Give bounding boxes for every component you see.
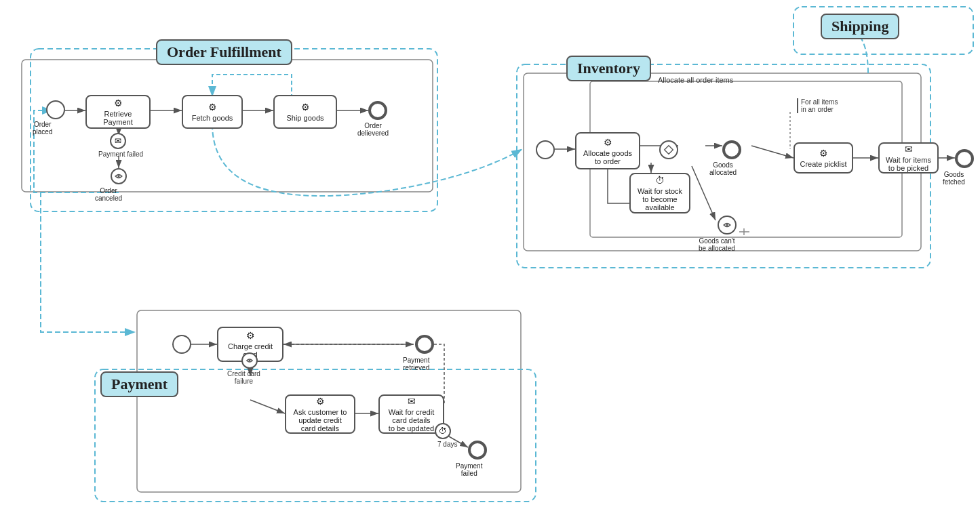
merge-event-inv [659, 140, 678, 159]
create-picklist-icon: ⚙ [819, 148, 828, 159]
ask-customer-label: Ask customer toupdate creditcard details [294, 408, 347, 432]
payment-failed-event: ✉ [110, 133, 126, 149]
payment-failed-label: Payment failed [98, 150, 143, 158]
for-all-items-annotation: For all itemsin an order [797, 98, 858, 113]
payment-failed-end-label: Paymentfailed [456, 462, 482, 477]
allocate-all-label: Allocate all order items [658, 76, 733, 84]
fetch-goods-label: Fetch goods [192, 114, 233, 122]
inventory-label: Inventory [566, 56, 651, 81]
ship-goods-label: Ship goods [286, 114, 324, 122]
goods-cant-label: Goods can'tbe allocated [699, 237, 735, 252]
start-event-of-label: Orderplaced [33, 121, 52, 136]
goods-allocated-event [722, 140, 741, 159]
task-create-picklist[interactable]: ⚙ Create picklist [793, 142, 853, 174]
order-fulfillment-label: Order Fulfillment [156, 39, 292, 65]
task-retrieve-payment[interactable]: ⚙ RetrievePayment [85, 95, 151, 129]
wait-credit-label: Wait for creditcard detailsto be updated [389, 408, 434, 432]
create-picklist-label: Create picklist [800, 160, 846, 168]
task-wait-stock[interactable]: ⏱ Wait for stockto becomeavailable [629, 173, 690, 213]
credit-failure-label: Credit cardfailure [227, 370, 260, 385]
payment-label: Payment [100, 371, 178, 397]
start-event-pay [172, 335, 191, 354]
retrieve-payment-label: RetrievePayment [103, 110, 132, 126]
wait-stock-label: Wait for stockto becomeavailable [638, 187, 682, 211]
ask-customer-icon: ⚙ [316, 396, 325, 407]
fetch-goods-icon: ⚙ [208, 102, 217, 113]
payment-retrieved-event [415, 335, 434, 354]
task-allocate-goods[interactable]: ⚙ Allocate goodsto order [575, 132, 640, 169]
start-event-inv [536, 140, 555, 159]
wait-stock-icon: ⏱ [655, 175, 665, 186]
task-wait-credit[interactable]: ✉ Wait for creditcard detailsto be updat… [378, 394, 444, 434]
allocate-goods-label: Allocate goodsto order [583, 149, 632, 165]
order-canceled-label: Ordercanceled [95, 187, 122, 202]
end-event-of-label: Orderdelievered [357, 122, 389, 137]
payment-failed-end-event [468, 441, 487, 460]
shipping-label: Shipping [821, 14, 899, 39]
task-ask-customer[interactable]: ⚙ Ask customer toupdate creditcard detai… [285, 394, 355, 434]
timer-7days-event: ⏱ [435, 423, 451, 439]
days-7-label: 7 days [437, 441, 457, 448]
task-wait-items[interactable]: ✉ Wait for itemsto be picked [878, 142, 939, 174]
goods-cant-event [718, 216, 737, 235]
credit-failure-event [241, 352, 258, 369]
end-event-of [368, 101, 387, 120]
order-canceled-event [111, 168, 127, 184]
svg-line-32 [250, 400, 285, 413]
goods-allocated-label: Goodsallocated [709, 161, 737, 176]
retrieve-payment-icon: ⚙ [114, 98, 123, 108]
goods-fetched-label: Goodsfetched [943, 171, 965, 186]
goods-fetched-event [955, 149, 974, 168]
wait-items-icon: ✉ [905, 144, 913, 155]
wait-items-label: Wait for itemsto be picked [886, 156, 931, 172]
ship-goods-icon: ⚙ [301, 102, 310, 113]
start-event-of [46, 100, 65, 119]
task-ship-goods[interactable]: ⚙ Ship goods [273, 95, 337, 129]
task-fetch-goods[interactable]: ⚙ Fetch goods [182, 95, 243, 129]
charge-card-icon: ⚙ [246, 330, 255, 341]
svg-line-20 [751, 146, 793, 158]
wait-credit-icon: ✉ [408, 396, 416, 407]
payment-retrieved-label: Paymentretrieved [403, 357, 429, 371]
allocate-goods-icon: ⚙ [604, 137, 612, 148]
